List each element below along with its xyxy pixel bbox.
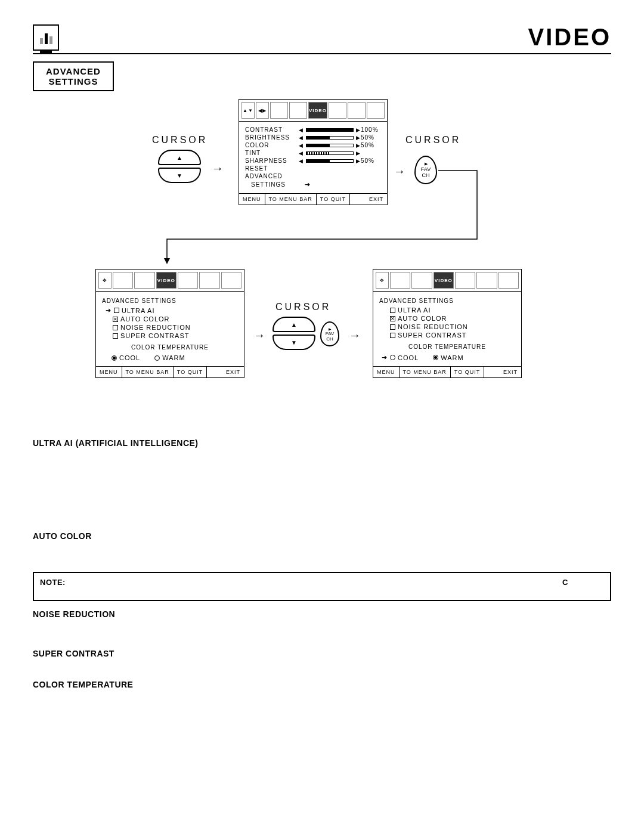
temp-cool-r[interactable]: COOL bbox=[398, 354, 419, 361]
tab-rd[interactable] bbox=[476, 272, 497, 289]
note-label: NOTE: bbox=[40, 578, 66, 587]
row-tint-label: TINT bbox=[245, 150, 299, 156]
slider-color[interactable] bbox=[306, 144, 354, 147]
tab-4[interactable] bbox=[329, 102, 346, 119]
tab-nav[interactable]: ✥ bbox=[98, 272, 112, 289]
tab-e[interactable] bbox=[221, 272, 242, 289]
item-super-r[interactable]: SUPER CONTRAST bbox=[398, 332, 466, 339]
tab-video-l[interactable]: VIDEO bbox=[156, 272, 177, 289]
advanced-line2: SETTINGS bbox=[46, 76, 101, 86]
item-ultraai-r[interactable]: ULTRA AI bbox=[398, 306, 431, 314]
val-contrast: 100% bbox=[361, 126, 381, 133]
cursor-pad-updown-top[interactable]: ▲ ▼ bbox=[158, 150, 201, 183]
tab-6[interactable] bbox=[367, 102, 385, 119]
navigation-diagram: CURSOR ▲ ▼ → ▲▼ ◀▶ VIDEO CONTRAST◀▶100% … bbox=[33, 96, 611, 430]
osd-advanced-left: ✥ VIDEO ADVANCED SETTINGS ➜ ULTRA AI ✕AU… bbox=[95, 269, 244, 378]
adv-title-l: ADVANCED SETTINGS bbox=[102, 298, 238, 304]
f-exit-l: EXIT bbox=[222, 367, 244, 377]
svg-marker-0 bbox=[164, 258, 170, 264]
cursor-label-mid: CURSOR bbox=[275, 302, 331, 312]
osd-advanced-right: ✥ VIDEO ADVANCED SETTINGS ULTRA AI ✕AUTO… bbox=[373, 269, 522, 378]
tab-video[interactable]: VIDEO bbox=[308, 102, 327, 119]
tab-1[interactable] bbox=[270, 102, 288, 119]
temp-label-l: COLOR TEMPERATURE bbox=[102, 344, 238, 351]
arrow-right-icon-4: → bbox=[349, 329, 361, 342]
item-autocolor-r[interactable]: AUTO COLOR bbox=[398, 315, 447, 322]
cursor-up-mid-icon[interactable]: ▲ bbox=[273, 317, 315, 332]
tab-d[interactable] bbox=[199, 272, 219, 289]
cursor-up-icon[interactable]: ▲ bbox=[158, 150, 201, 165]
item-noise-r[interactable]: NOISE REDUCTION bbox=[398, 323, 468, 330]
cursor-down-icon[interactable]: ▼ bbox=[158, 168, 201, 183]
val-brightness: 50% bbox=[361, 134, 381, 141]
val-color: 50% bbox=[361, 142, 381, 148]
slider-sharpness[interactable] bbox=[306, 159, 354, 163]
item-noise-l[interactable]: NOISE REDUCTION bbox=[120, 324, 191, 331]
f-exit-r: EXIT bbox=[500, 367, 521, 377]
fav-ch-button-mid[interactable]: ▶ FAV CH bbox=[320, 321, 339, 346]
tab-video-r[interactable]: VIDEO bbox=[434, 272, 454, 289]
note-box: NOTE: C bbox=[33, 572, 611, 601]
fav-ch-button[interactable]: ▶ FAV CH bbox=[414, 156, 437, 184]
page-header: VIDEO bbox=[33, 24, 611, 54]
osd-body: CONTRAST◀▶100% BRIGHTNESS◀▶50% COLOR◀▶50… bbox=[239, 122, 387, 193]
tab-re[interactable] bbox=[499, 272, 519, 289]
cursor-down-mid-icon[interactable]: ▼ bbox=[273, 335, 315, 350]
advanced-settings-label: ADVANCED SETTINGS bbox=[33, 61, 114, 91]
temp-label-r: COLOR TEMPERATURE bbox=[379, 343, 515, 350]
heading-ultra-ai: ULTRA AI (ARTIFICIAL INTELLIGENCE) bbox=[33, 438, 611, 448]
item-ultraai-l[interactable]: ULTRA AI bbox=[122, 307, 154, 314]
cursor-label-right: CURSOR bbox=[405, 135, 461, 145]
item-super-l[interactable]: SUPER CONTRAST bbox=[120, 332, 189, 339]
osd-tab-bar: ▲▼ ◀▶ VIDEO bbox=[239, 100, 387, 122]
f-menu-r: MENU bbox=[373, 367, 400, 377]
fav-line1: FAV bbox=[421, 166, 431, 172]
slider-contrast[interactable] bbox=[306, 128, 354, 132]
f-quit-l: TO QUIT bbox=[174, 367, 207, 377]
tab-ra[interactable] bbox=[390, 272, 410, 289]
osd-video-menu: ▲▼ ◀▶ VIDEO CONTRAST◀▶100% BRIGHTNESS◀▶5… bbox=[239, 99, 388, 205]
temp-warm-r[interactable]: WARM bbox=[441, 354, 463, 361]
fav-mid-1: FAV bbox=[326, 331, 335, 336]
temp-warm-l[interactable]: WARM bbox=[162, 354, 185, 361]
tab-nav-r[interactable]: ✥ bbox=[376, 272, 389, 289]
cursor-label-top: CURSOR bbox=[152, 135, 208, 145]
val-sharpness: 50% bbox=[361, 157, 381, 164]
row-contrast-label: CONTRAST bbox=[245, 126, 299, 133]
heading-super: SUPER CONTRAST bbox=[33, 649, 611, 658]
adv-title-r: ADVANCED SETTINGS bbox=[379, 298, 515, 304]
osd-footer: MENU TO MENU BAR TO QUIT EXIT bbox=[239, 193, 387, 205]
temp-cool-l[interactable]: COOL bbox=[119, 354, 140, 361]
video-menu-icon bbox=[33, 24, 59, 51]
f-bar-l: TO MENU BAR bbox=[122, 367, 174, 377]
footer-to-bar: TO MENU BAR bbox=[265, 194, 317, 205]
slider-tint[interactable] bbox=[306, 151, 354, 155]
tab-5[interactable] bbox=[348, 102, 366, 119]
tab-rc[interactable] bbox=[455, 272, 475, 289]
item-autocolor-l[interactable]: AUTO COLOR bbox=[120, 315, 170, 323]
slider-brightness[interactable] bbox=[306, 136, 354, 140]
advanced-line1: ADVANCED bbox=[46, 66, 101, 76]
arrow-right-icon-2: → bbox=[394, 165, 405, 178]
heading-noise: NOISE REDUCTION bbox=[33, 609, 611, 619]
tab-b[interactable] bbox=[134, 272, 154, 289]
arrow-right-icon: → bbox=[212, 162, 224, 175]
footer-exit: EXIT bbox=[366, 194, 387, 205]
row-sharpness-label: SHARPNESS bbox=[245, 157, 299, 164]
body-copy: ULTRA AI (ARTIFICIAL INTELLIGENCE) AUTO … bbox=[33, 438, 611, 689]
note-c: C bbox=[562, 578, 568, 587]
tab-a[interactable] bbox=[113, 272, 133, 289]
row-settings[interactable]: SETTINGS bbox=[251, 181, 305, 188]
tab-c[interactable] bbox=[178, 272, 198, 289]
heading-auto-color: AUTO COLOR bbox=[33, 531, 611, 541]
fav-mid-2: CH bbox=[326, 336, 333, 342]
cursor-pad-middle[interactable]: ▲ ▼ bbox=[273, 317, 315, 350]
f-bar-r: TO MENU BAR bbox=[400, 367, 451, 377]
page-title: VIDEO bbox=[528, 24, 611, 51]
tab-2[interactable] bbox=[289, 102, 307, 119]
tab-nav-leftright[interactable]: ◀▶ bbox=[256, 102, 269, 119]
tab-nav-updown[interactable]: ▲▼ bbox=[242, 102, 255, 119]
tab-rb[interactable] bbox=[411, 272, 432, 289]
row-reset[interactable]: RESET bbox=[245, 165, 299, 172]
footer-to-quit: TO QUIT bbox=[317, 194, 350, 205]
